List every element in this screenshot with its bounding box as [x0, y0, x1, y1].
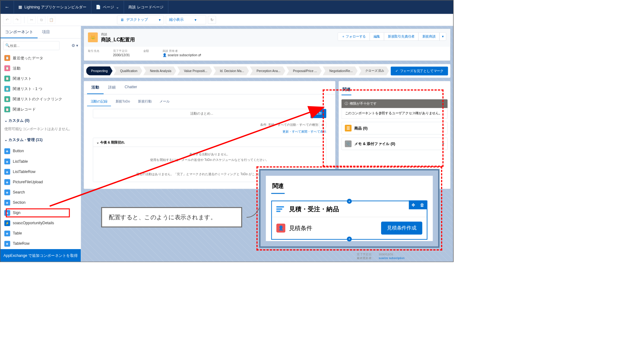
section-managed[interactable]: ⌄ カスタム - 管理 (11) — [0, 134, 80, 146]
path-stage[interactable]: クローズ済み — [359, 66, 389, 75]
tab-detail[interactable]: 詳細 — [103, 81, 120, 94]
palette-item[interactable]: 📋活動 — [0, 63, 80, 73]
add-button[interactable]: 追加 — [310, 109, 326, 118]
cut-button[interactable]: ✂ — [28, 16, 36, 24]
footer-clip: 完了予定日: 2030/12/31 最終更新者: soarize subscri… — [357, 251, 446, 260]
palette-item[interactable]: 📋関連レコード — [0, 104, 80, 115]
zoom-select[interactable]: 縮小表示 ▾ — [166, 15, 206, 24]
top-bar: ← ▦ Lightning アプリケーションビルダー 📄 ページ ⌄ 商談 レコ… — [0, 0, 453, 14]
sidebar: コンポーネント 項目 🔍 ⚙ ▾ 📋最近使ったデータ📋活動📋関連リスト📋関連リス… — [0, 26, 81, 262]
annotation-callout: 配置すると、このように表示されます。 — [101, 207, 242, 228]
copy-button[interactable]: ⧉ — [37, 16, 45, 24]
tab-related[interactable]: 関連 — [342, 84, 352, 95]
mark-complete-button[interactable]: ✓ フェーズを完了としてマーク — [391, 66, 448, 75]
gear-icon[interactable]: ⚙ ▾ — [71, 43, 78, 48]
palette-item-soascopportunitydetails[interactable]: ⚡soascOpportunityDetails — [0, 218, 80, 228]
palette-item[interactable]: 📋関連リスト — [0, 73, 80, 84]
owner-value[interactable]: 👤 soarize subscription ⇄ — [163, 53, 201, 57]
app-title: ▦ Lightning アプリケーションビルダー — [14, 0, 91, 14]
upcoming-header[interactable]: ⌄ 今後 & 期限切れ — [93, 138, 326, 147]
path-stage[interactable]: Negotiation/Re... — [323, 66, 358, 75]
path-stage[interactable]: Id. Decision Ma... — [213, 66, 249, 75]
subtab-todo[interactable]: 新規ToDo — [112, 97, 134, 106]
path-stage[interactable]: Proposal/Price ... — [286, 66, 322, 75]
palette-label: Button — [13, 149, 24, 153]
page-title-label: 商談 レコードページ — [128, 5, 164, 10]
quote-icon: 👤 — [276, 224, 285, 233]
palette-item-picturefileupload[interactable]: ◈PictureFileUpload — [0, 177, 80, 187]
palette-item-button[interactable]: ◈Button — [0, 146, 80, 156]
delete-icon[interactable]: 🗑 — [418, 200, 427, 209]
builder-icon: ▦ — [18, 5, 22, 10]
component-icon: ◈ — [4, 230, 10, 236]
account-label: 取引先名 — [88, 49, 99, 53]
palette-label: Table — [13, 231, 22, 235]
create-quote-button[interactable]: 見積条件作成 — [381, 222, 422, 235]
inset-component[interactable]: ✥ 🗑 + + 見積・受注・納品 👤 見積条件 見積条件作成 — [271, 201, 428, 240]
appexchange-button[interactable]: AppExchange で追加コンポーネントを取得 — [0, 249, 80, 262]
palette-label: ListTableRow — [13, 170, 36, 174]
search-input[interactable] — [3, 41, 59, 50]
tab-fields[interactable]: 項目 — [38, 26, 55, 39]
palette-label: Search — [13, 190, 25, 194]
device-select[interactable]: 🖥 デスクトップ ▾ — [117, 15, 164, 24]
tab-activity[interactable]: 活動 — [87, 81, 103, 94]
palette-item[interactable]: 📋最近使ったデータ — [0, 53, 80, 63]
activity-summary-input[interactable]: 活動のまとめ... — [93, 109, 311, 118]
filter-links[interactable]: 更新・すべて展開・すべて表示 — [84, 129, 335, 136]
edit-button[interactable]: 編集 — [370, 32, 384, 41]
undo-button[interactable]: ↶ — [3, 16, 11, 24]
toolbar: ↶ ↷ ✂ ⧉ 📋 🖥 デスクトップ ▾ 縮小表示 ▾ ↻ — [0, 14, 453, 26]
paste-button[interactable]: 📋 — [47, 16, 55, 24]
palette-item-search[interactable]: ◈Search — [0, 187, 80, 198]
drag-handle-bottom[interactable]: + — [347, 237, 352, 242]
record-highlights: 取引先名 完了予定日2030/12/31 金額 商談 所有者👤 soarize … — [84, 47, 450, 61]
component-icon: ◈ — [4, 179, 10, 185]
component-icon: ◈ — [4, 148, 10, 154]
new-contact-button[interactable]: 新規取引先責任者 — [384, 32, 419, 41]
palette-label: 関連レコード — [13, 107, 36, 112]
tab-chatter[interactable]: Chatter — [120, 81, 142, 94]
palette-item-listtablerow[interactable]: ◈ListTableRow — [0, 166, 80, 177]
related-products[interactable]: ☰ 商品 (0)▾ — [342, 122, 448, 134]
palette-label: 関連リスト - 1 つ — [13, 86, 43, 92]
back-button[interactable]: ← — [0, 0, 14, 14]
subtab-event[interactable]: 新規行動 — [135, 97, 155, 106]
record-actions: ＋ フォローする 編集 新規取引先責任者 新規商談 ▾ — [338, 32, 446, 41]
palette-item-table[interactable]: ◈Table — [0, 228, 80, 239]
drag-handle-top[interactable]: + — [347, 199, 352, 204]
palette-item[interactable]: 📋関連リスト - 1 つ — [0, 84, 80, 94]
chevron-down-icon[interactable]: ▾ — [442, 126, 444, 130]
palette-item-tablerow[interactable]: ◈TableRow — [0, 239, 80, 249]
opportunity-icon: 👑 — [88, 32, 98, 42]
tab-components[interactable]: コンポーネント — [0, 26, 38, 39]
chevron-down-icon[interactable]: ▾ — [442, 141, 444, 146]
notes-icon: 📎 — [345, 140, 352, 147]
palette-item-listtable[interactable]: ◈ListTable — [0, 156, 80, 166]
related-notes[interactable]: 📎 メモ & 添付ファイル (0)▾ — [342, 138, 448, 150]
component-icon: ◈ — [4, 210, 10, 216]
page-menu[interactable]: 📄 ページ ⌄ — [91, 0, 124, 14]
path-stage[interactable]: Value Propositi... — [177, 66, 212, 75]
follow-button[interactable]: ＋ フォローする — [338, 32, 370, 41]
more-actions-button[interactable]: ▾ — [439, 32, 446, 41]
palette-item-section[interactable]: ◈Section — [0, 198, 80, 208]
palette-item[interactable]: 📋関連リストのクイックリンク — [0, 94, 80, 104]
path-stage[interactable]: Prospecting — [86, 66, 113, 75]
palette-label: 関連リストのクイックリンク — [13, 97, 62, 102]
palette-item-worklist[interactable]: ◈WorkList — [0, 249, 80, 249]
refresh-button[interactable]: ↻ — [208, 16, 216, 24]
redo-button[interactable]: ↷ — [13, 16, 21, 24]
path-stage[interactable]: Needs Analysis — [143, 66, 176, 75]
move-icon[interactable]: ✥ — [409, 200, 418, 209]
new-opp-button[interactable]: 新規商談 — [418, 32, 439, 41]
component-icon: 📋 — [4, 96, 10, 102]
subtab-log[interactable]: 活動の記録 — [87, 97, 111, 106]
path-stage[interactable]: Qualification — [113, 66, 142, 75]
subtab-mail[interactable]: メール — [156, 97, 173, 106]
filter-gear-icon[interactable]: ⚙ — [320, 122, 326, 129]
inset-tab-related[interactable]: 関連 — [271, 180, 285, 194]
section-custom[interactable]: ⌄ カスタム (0) — [0, 115, 80, 127]
palette-item-sign[interactable]: ◈Sign — [0, 208, 80, 218]
path-stage[interactable]: Perception Ana... — [250, 66, 285, 75]
